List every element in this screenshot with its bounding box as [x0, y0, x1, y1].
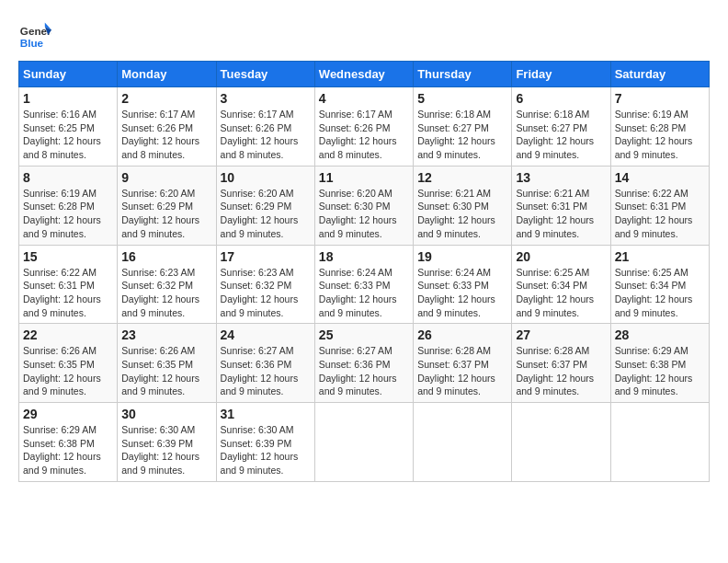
- calendar-week-2: 8 Sunrise: 6:19 AMSunset: 6:28 PMDayligh…: [19, 166, 710, 245]
- day-number: 20: [516, 249, 606, 264]
- calendar-cell: 22 Sunrise: 6:26 AMSunset: 6:35 PMDaylig…: [19, 324, 118, 403]
- day-number: 7: [615, 91, 705, 106]
- day-info: Sunrise: 6:20 AMSunset: 6:30 PMDaylight:…: [319, 187, 409, 241]
- day-number: 8: [23, 170, 113, 185]
- calendar-cell: 18 Sunrise: 6:24 AMSunset: 6:33 PMDaylig…: [314, 245, 413, 324]
- calendar-cell: 26 Sunrise: 6:28 AMSunset: 6:37 PMDaylig…: [414, 324, 512, 403]
- day-info: Sunrise: 6:23 AMSunset: 6:32 PMDaylight:…: [221, 266, 311, 320]
- day-info: Sunrise: 6:19 AMSunset: 6:28 PMDaylight:…: [615, 108, 705, 162]
- day-number: 10: [221, 170, 311, 185]
- calendar-cell: 28 Sunrise: 6:29 AMSunset: 6:38 PMDaylig…: [610, 324, 709, 403]
- calendar-cell: 16 Sunrise: 6:23 AMSunset: 6:32 PMDaylig…: [118, 245, 216, 324]
- day-info: Sunrise: 6:17 AMSunset: 6:26 PMDaylight:…: [319, 108, 409, 162]
- day-info: Sunrise: 6:29 AMSunset: 6:38 PMDaylight:…: [23, 423, 113, 477]
- calendar-cell: 24 Sunrise: 6:27 AMSunset: 6:36 PMDaylig…: [216, 324, 314, 403]
- day-number: 5: [417, 91, 507, 106]
- day-info: Sunrise: 6:20 AMSunset: 6:29 PMDaylight:…: [121, 187, 211, 241]
- calendar-cell: 2 Sunrise: 6:17 AMSunset: 6:26 PMDayligh…: [118, 87, 216, 167]
- day-number: 2: [121, 91, 211, 106]
- calendar-cell: [314, 403, 413, 482]
- day-info: Sunrise: 6:29 AMSunset: 6:38 PMDaylight:…: [615, 344, 705, 398]
- calendar-cell: 10 Sunrise: 6:20 AMSunset: 6:29 PMDaylig…: [216, 166, 314, 245]
- day-info: Sunrise: 6:18 AMSunset: 6:27 PMDaylight:…: [516, 108, 606, 162]
- calendar-cell: [512, 403, 610, 482]
- day-number: 4: [319, 91, 409, 106]
- calendar-cell: 27 Sunrise: 6:28 AMSunset: 6:37 PMDaylig…: [512, 324, 610, 403]
- day-info: Sunrise: 6:21 AMSunset: 6:31 PMDaylight:…: [516, 187, 606, 241]
- header-thursday: Thursday: [414, 62, 512, 87]
- page-header: General Blue: [18, 18, 710, 52]
- day-number: 24: [221, 327, 311, 342]
- calendar-week-4: 22 Sunrise: 6:26 AMSunset: 6:35 PMDaylig…: [19, 324, 710, 403]
- day-number: 12: [417, 170, 507, 185]
- calendar-cell: [414, 403, 512, 482]
- day-info: Sunrise: 6:24 AMSunset: 6:33 PMDaylight:…: [417, 266, 507, 320]
- day-number: 14: [615, 170, 705, 185]
- day-number: 18: [319, 249, 409, 264]
- header-friday: Friday: [512, 62, 610, 87]
- day-info: Sunrise: 6:21 AMSunset: 6:30 PMDaylight:…: [417, 187, 507, 241]
- day-number: 3: [221, 91, 311, 106]
- svg-text:Blue: Blue: [20, 37, 44, 49]
- calendar-cell: 25 Sunrise: 6:27 AMSunset: 6:36 PMDaylig…: [314, 324, 413, 403]
- calendar-cell: 21 Sunrise: 6:25 AMSunset: 6:34 PMDaylig…: [610, 245, 709, 324]
- day-number: 16: [121, 249, 211, 264]
- day-info: Sunrise: 6:19 AMSunset: 6:28 PMDaylight:…: [23, 187, 113, 241]
- calendar-cell: 8 Sunrise: 6:19 AMSunset: 6:28 PMDayligh…: [19, 166, 118, 245]
- day-info: Sunrise: 6:27 AMSunset: 6:36 PMDaylight:…: [319, 344, 409, 398]
- day-number: 6: [516, 91, 606, 106]
- calendar-cell: 4 Sunrise: 6:17 AMSunset: 6:26 PMDayligh…: [314, 87, 413, 167]
- calendar-cell: 17 Sunrise: 6:23 AMSunset: 6:32 PMDaylig…: [216, 245, 314, 324]
- calendar-cell: 30 Sunrise: 6:30 AMSunset: 6:39 PMDaylig…: [118, 403, 216, 482]
- calendar-cell: 5 Sunrise: 6:18 AMSunset: 6:27 PMDayligh…: [414, 87, 512, 167]
- day-number: 19: [417, 249, 507, 264]
- day-number: 28: [615, 327, 705, 342]
- calendar-cell: 19 Sunrise: 6:24 AMSunset: 6:33 PMDaylig…: [414, 245, 512, 324]
- day-number: 30: [121, 407, 211, 421]
- day-number: 15: [23, 249, 113, 264]
- day-number: 26: [417, 327, 507, 342]
- day-info: Sunrise: 6:30 AMSunset: 6:39 PMDaylight:…: [121, 423, 211, 477]
- calendar-cell: 14 Sunrise: 6:22 AMSunset: 6:31 PMDaylig…: [610, 166, 709, 245]
- day-number: 13: [516, 170, 606, 185]
- calendar-cell: 23 Sunrise: 6:26 AMSunset: 6:35 PMDaylig…: [118, 324, 216, 403]
- day-info: Sunrise: 6:16 AMSunset: 6:25 PMDaylight:…: [23, 108, 113, 162]
- header-wednesday: Wednesday: [314, 62, 413, 87]
- calendar-table: SundayMondayTuesdayWednesdayThursdayFrid…: [18, 61, 710, 482]
- header-tuesday: Tuesday: [216, 62, 314, 87]
- calendar-cell: 3 Sunrise: 6:17 AMSunset: 6:26 PMDayligh…: [216, 87, 314, 167]
- day-number: 11: [319, 170, 409, 185]
- calendar-cell: 11 Sunrise: 6:20 AMSunset: 6:30 PMDaylig…: [314, 166, 413, 245]
- day-info: Sunrise: 6:30 AMSunset: 6:39 PMDaylight:…: [221, 423, 311, 477]
- day-number: 29: [23, 407, 113, 421]
- day-info: Sunrise: 6:18 AMSunset: 6:27 PMDaylight:…: [417, 108, 507, 162]
- calendar-cell: 7 Sunrise: 6:19 AMSunset: 6:28 PMDayligh…: [610, 87, 709, 167]
- day-number: 31: [221, 407, 311, 421]
- calendar-cell: [610, 403, 709, 482]
- day-info: Sunrise: 6:26 AMSunset: 6:35 PMDaylight:…: [121, 344, 211, 398]
- day-number: 25: [319, 327, 409, 342]
- day-info: Sunrise: 6:25 AMSunset: 6:34 PMDaylight:…: [615, 266, 705, 320]
- day-number: 9: [121, 170, 211, 185]
- calendar-cell: 6 Sunrise: 6:18 AMSunset: 6:27 PMDayligh…: [512, 87, 610, 167]
- calendar-cell: 29 Sunrise: 6:29 AMSunset: 6:38 PMDaylig…: [19, 403, 118, 482]
- calendar-cell: 1 Sunrise: 6:16 AMSunset: 6:25 PMDayligh…: [19, 87, 118, 167]
- calendar-cell: 31 Sunrise: 6:30 AMSunset: 6:39 PMDaylig…: [216, 403, 314, 482]
- day-number: 21: [615, 249, 705, 264]
- day-info: Sunrise: 6:17 AMSunset: 6:26 PMDaylight:…: [121, 108, 211, 162]
- day-info: Sunrise: 6:26 AMSunset: 6:35 PMDaylight:…: [23, 344, 113, 398]
- day-info: Sunrise: 6:23 AMSunset: 6:32 PMDaylight:…: [121, 266, 211, 320]
- day-info: Sunrise: 6:22 AMSunset: 6:31 PMDaylight:…: [23, 266, 113, 320]
- calendar-cell: 9 Sunrise: 6:20 AMSunset: 6:29 PMDayligh…: [118, 166, 216, 245]
- calendar-week-5: 29 Sunrise: 6:29 AMSunset: 6:38 PMDaylig…: [19, 403, 710, 482]
- day-number: 1: [23, 91, 113, 106]
- day-number: 23: [121, 327, 211, 342]
- day-info: Sunrise: 6:17 AMSunset: 6:26 PMDaylight:…: [221, 108, 311, 162]
- day-info: Sunrise: 6:20 AMSunset: 6:29 PMDaylight:…: [221, 187, 311, 241]
- day-number: 22: [23, 327, 113, 342]
- day-number: 17: [221, 249, 311, 264]
- header-saturday: Saturday: [610, 62, 709, 87]
- calendar-week-1: 1 Sunrise: 6:16 AMSunset: 6:25 PMDayligh…: [19, 87, 710, 167]
- calendar-cell: 15 Sunrise: 6:22 AMSunset: 6:31 PMDaylig…: [19, 245, 118, 324]
- logo: General Blue: [18, 18, 51, 52]
